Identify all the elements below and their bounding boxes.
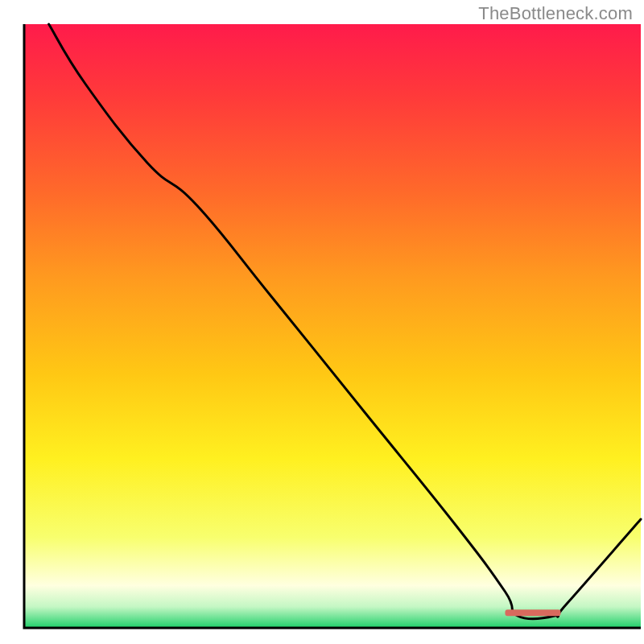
chart-container: TheBottleneck.com — [0, 0, 644, 644]
plot-background — [24, 24, 641, 628]
bottleneck-chart — [0, 0, 644, 644]
highlight-marker — [505, 609, 560, 616]
